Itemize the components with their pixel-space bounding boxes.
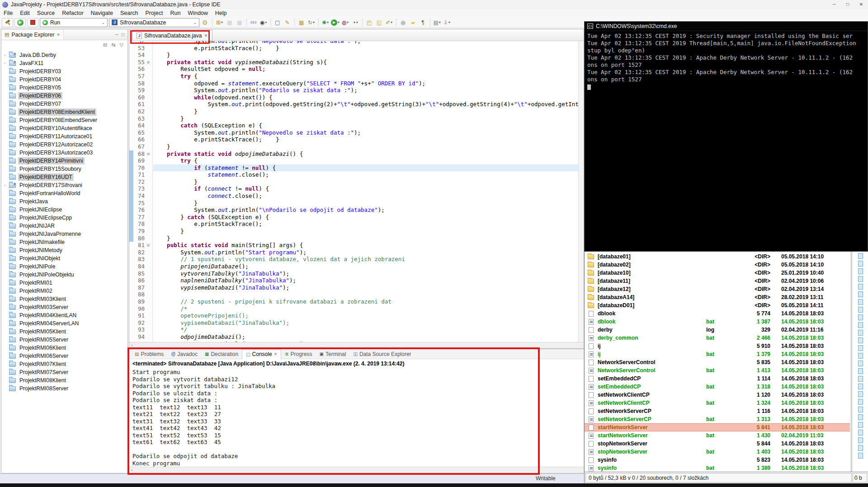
maximize-view-icon[interactable]: □: [122, 32, 124, 37]
console-tab-declaration[interactable]: ▦Declaration: [201, 349, 242, 359]
file-row[interactable]: setEmbeddedCPbat1 31814.05.2018 18:03: [585, 383, 850, 391]
launch-config-combo[interactable]: J SifrovanaDatabaze ⌄: [109, 18, 199, 27]
code-line[interactable]: 69 try {: [129, 157, 578, 164]
collapse-all-icon[interactable]: ⊟: [103, 42, 107, 48]
file-row[interactable]: stopNetworkServer5 84414.05.2018 18:03: [585, 440, 850, 448]
new-wizard-icon[interactable]: ⊞▾: [215, 18, 224, 27]
code-line[interactable]: 76 System.out.println("\nPodarilo se odp…: [129, 206, 578, 214]
code-line[interactable]: 82 System.out.println("Start programu");: [129, 249, 578, 256]
cmd-title-bar[interactable]: C:\ C:\WINDOWS\system32\cmd.exe: [585, 22, 868, 31]
code-line[interactable]: 89 // 2 spusteni - pripojeni k sifrovane…: [129, 298, 578, 305]
next-annotation-icon[interactable]: ⇩▾: [443, 18, 452, 27]
file-row[interactable]: dblookbat1 38714.05.2018 18:03: [585, 318, 850, 326]
fold-marker-icon[interactable]: ⊖: [147, 242, 153, 249]
file-row[interactable]: [databaze10]<DIR>25.01.2019 10:40: [585, 269, 850, 277]
tree-item[interactable]: ProjektJNIJavaPromenne: [1, 230, 127, 238]
tree-item[interactable]: ProjektRMI08Server: [1, 384, 127, 393]
code-line[interactable]: 54 }: [129, 52, 578, 59]
tree-item[interactable]: ProjektDERBY07: [1, 100, 127, 108]
code-line[interactable]: 61 System.out.print(odpoved.getString(2)…: [129, 101, 578, 108]
menu-edit[interactable]: Edit: [16, 10, 33, 16]
tree-item[interactable]: ProjektRMI06Klient: [1, 344, 127, 352]
file-row[interactable]: [databaze12]<DIR>02.04.2019 13:14: [585, 285, 850, 293]
console-tab-javadoc[interactable]: @Javadoc: [167, 349, 201, 359]
tree-item[interactable]: ProjektDERBY08EmbendKlient: [1, 108, 127, 116]
code-line[interactable]: 92 vypisemeDatabazi("JinaTabulka");: [129, 319, 578, 327]
expand-arrow-icon[interactable]: ›: [4, 61, 9, 66]
view-menu-icon[interactable]: ▽: [120, 42, 123, 48]
tree-item[interactable]: ProjektRMI08Klient: [1, 376, 127, 384]
tree-item[interactable]: ProjektDERBY12Autorizace02: [1, 140, 127, 149]
file-row[interactable]: derbylog32902.04.2019 11:16: [585, 326, 850, 334]
console-tab-data-source-explorer[interactable]: ◫Data Source Explorer: [349, 349, 415, 359]
code-line[interactable]: 91 opetovnePripojeni();: [129, 312, 578, 319]
menu-file[interactable]: File: [0, 10, 16, 16]
console-tab-problems[interactable]: ▤Problems: [131, 349, 167, 359]
close-button[interactable]: ✕: [854, 0, 868, 9]
minimize-button[interactable]: ─: [827, 0, 841, 9]
code-line[interactable]: 83 // 1 spusteni - vytvoreni databaze, v…: [129, 256, 578, 263]
code-line[interactable]: 70 if (statement != null) {: [129, 164, 578, 172]
tree-item[interactable]: ProjektDERBY06: [1, 92, 127, 100]
code-line[interactable]: 58 odpoved = statement.executeQuery("SEL…: [129, 80, 578, 87]
pilcrow-icon[interactable]: ¶: [419, 18, 428, 27]
new-table-icon[interactable]: ▦: [297, 18, 306, 27]
code-line[interactable]: 63 }: [129, 115, 578, 122]
tree-item[interactable]: ProjektJNIMetody: [1, 246, 127, 254]
console-view-icon[interactable]: ▢: [273, 18, 282, 27]
code-line[interactable]: 66 e.printStackTrace(); }: [129, 136, 578, 143]
console-tab-terminal[interactable]: ▣Terminal: [316, 349, 350, 359]
user-profile-icon[interactable]: ◉▾: [259, 18, 268, 27]
code-line[interactable]: 57 try {: [129, 73, 578, 80]
profile-icon[interactable]: ◔▾: [351, 18, 360, 27]
code-line[interactable]: 77 } catch (SQLException e) {: [129, 214, 578, 221]
tree-item[interactable]: ProjektRMI04ServerLAN: [1, 319, 127, 328]
file-row[interactable]: NetworkServerControlbat1 41314.05.2018 1…: [585, 366, 850, 375]
file-row[interactable]: sysinfobat1 38914.05.2018 18:03: [585, 464, 850, 472]
tree-item[interactable]: ProjektJNIEclipseCpp: [1, 214, 127, 222]
tree-item[interactable]: ProjektDERBY15Soubory: [1, 165, 127, 173]
code-line[interactable]: 62 }: [129, 108, 578, 115]
close-icon[interactable]: ✕: [204, 33, 208, 38]
file-row[interactable]: setEmbeddedCP1 11414.05.2018 18:03: [585, 375, 850, 383]
tree-item[interactable]: ProjektFortranHalloWorld: [1, 189, 127, 197]
code-line[interactable]: 90 /*: [129, 305, 578, 313]
fold-marker-icon[interactable]: ⊖: [147, 59, 153, 66]
tree-item[interactable]: ›⚠ProjektDERBY17Sifrovani: [1, 181, 127, 189]
code-line[interactable]: 53 e.printStackTrace(); }: [129, 45, 578, 52]
tree-item[interactable]: ProjektDERBY10Autentifikace: [1, 124, 127, 132]
code-line[interactable]: 72 }: [129, 178, 578, 186]
annotation-pen-icon[interactable]: ✎: [283, 18, 292, 27]
file-row[interactable]: derby_commonbat2 46614.05.2018 18:03: [585, 334, 850, 342]
code-line[interactable]: 81⊖ public static void main(String[] arg…: [129, 242, 578, 249]
code-line[interactable]: 52 System.out.println("Nepovedlo se uloz…: [129, 41, 578, 45]
panel-divider[interactable]: [851, 252, 853, 472]
code-line[interactable]: 68⊖ private static void odpojimeDatabazi…: [129, 150, 578, 158]
annotations-nav-icon[interactable]: ▤▾: [433, 18, 442, 27]
code-line[interactable]: 86 naplneniDatTabulky("JinaTabulka");: [129, 277, 578, 284]
code-line[interactable]: 64 catch (SQLException e) {: [129, 122, 578, 129]
console-hscrollbar[interactable]: ‹: [129, 467, 584, 473]
overview-ruler[interactable]: [578, 41, 584, 342]
file-row[interactable]: [databazeD01]<DIR>05.05.2018 14:11: [585, 301, 850, 309]
launch-mode-combo[interactable]: ▶ Run ⌄: [40, 18, 108, 27]
file-row[interactable]: setNetworkServerCP1 11614.05.2018 18:03: [585, 407, 850, 415]
code-line[interactable]: 60 while(odpoved.next()) {: [129, 94, 578, 101]
tree-item[interactable]: ProjektRMI03Server: [1, 303, 127, 311]
tree-item[interactable]: ›Java.DB.Derby: [1, 51, 127, 59]
fold-marker-icon[interactable]: ⊖: [147, 150, 153, 158]
tree-item[interactable]: ProjektDERBY04: [1, 75, 127, 84]
file-row[interactable]: stopNetworkServerbat1 40314.05.2018 18:0…: [585, 448, 850, 456]
editor-hscrollbar[interactable]: ‹: [129, 342, 584, 348]
minimize-view-icon[interactable]: ─: [115, 32, 118, 37]
stop-button[interactable]: [27, 18, 38, 27]
binary-010-icon[interactable]: 010: [249, 18, 258, 27]
tree-item[interactable]: ProjektDERBY13Autorizace03: [1, 149, 127, 157]
code-line[interactable]: 87 vypisemeDatabazi("JinaTabulka");: [129, 284, 578, 291]
menu-source[interactable]: Source: [33, 10, 59, 16]
file-row[interactable]: sysinfo5 82314.05.2018 18:03: [585, 456, 850, 464]
import-folder-icon[interactable]: ◱: [375, 18, 384, 27]
tree-item[interactable]: ProjektJNIJAR: [1, 222, 127, 230]
tree-item[interactable]: ProjektJNImakefile: [1, 238, 127, 246]
expand-arrow-icon[interactable]: ›: [4, 53, 9, 57]
